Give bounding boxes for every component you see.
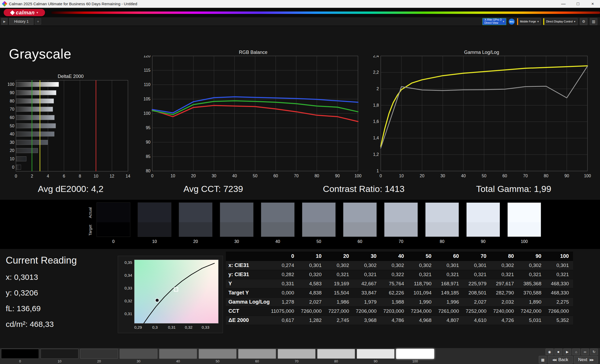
- table-row-label: Y: [226, 279, 271, 288]
- history-expand-button[interactable]: ▶: [1, 18, 8, 25]
- pattern-level-button-50[interactable]: [199, 349, 237, 359]
- swatch-cell: 100: [507, 202, 541, 244]
- measure-controls: ◉■▶⌂∞↻ ▦ ◀◀ Back Next ▶▶: [539, 349, 598, 363]
- actual-row-label: Actual: [88, 204, 93, 221]
- reading-cdm2: cd/m²: 468,33: [6, 320, 77, 329]
- pattern-level-button-0[interactable]: [1, 349, 39, 359]
- calman-logo-button[interactable]: calman ▾: [4, 9, 45, 16]
- minimize-button[interactable]: —: [556, 0, 571, 8]
- grayscale-swatch: [261, 202, 295, 237]
- grid-icon: ▦: [541, 358, 545, 362]
- table-row: y: CIE310,2820,3200,3210,3210,3220,3210,…: [226, 270, 573, 279]
- add-tab-button[interactable]: +: [35, 18, 41, 25]
- control-button-sync[interactable]: ↻: [590, 349, 598, 355]
- control-button-stop[interactable]: ■: [554, 349, 562, 355]
- pattern-level-button-60[interactable]: [238, 349, 276, 359]
- meter-select-dropdown[interactable]: X-Rite i1Pro 3 Direct View ▾: [482, 18, 506, 25]
- cie-y-tick-label: 0,34: [118, 273, 132, 277]
- swatch-row: 0102030405060708090100: [97, 202, 541, 244]
- tab-bar: ▶ History 1 + X-Rite i1Pro 3 Direct View…: [0, 17, 600, 26]
- meter-status-badge[interactable]: 641: [509, 19, 515, 25]
- table-column-header: 70: [463, 252, 491, 261]
- deltae-bar: [16, 90, 56, 95]
- table-cell: 0,321: [546, 270, 573, 279]
- x-tick-label: 100: [584, 174, 591, 178]
- pattern-level-button-20[interactable]: [80, 349, 118, 359]
- y-tick-label: 100: [143, 111, 150, 116]
- table-column-header: 0: [271, 252, 298, 261]
- pattern-level-button-40[interactable]: [159, 349, 197, 359]
- table-cell: 0,321: [491, 270, 518, 279]
- swatch-cell: 70: [384, 202, 418, 244]
- pattern-level-cell: 100: [396, 349, 434, 363]
- table-cell: 101,094: [408, 288, 436, 297]
- table-cell: 1,996: [436, 297, 463, 306]
- gear-icon: ⚙: [582, 19, 585, 24]
- x-tick-label: 70: [523, 174, 528, 178]
- pattern-level-label: 40: [176, 359, 180, 363]
- control-button-infinity[interactable]: ∞: [581, 349, 589, 355]
- x-tick-label: 8: [79, 174, 81, 178]
- control-button-home[interactable]: ⌂: [572, 349, 580, 355]
- display-control-dropdown[interactable]: Direct Display Control ▾: [543, 18, 577, 25]
- current-reading-panel: Current Reading x: 0,3013 y: 0,3206 fL: …: [6, 255, 77, 335]
- current-reading-title: Current Reading: [6, 255, 77, 266]
- x-tick-label: 40: [232, 174, 237, 178]
- deltae-chart-title: DeltaE 2000: [8, 73, 133, 79]
- y-tick-label: 90: [10, 90, 14, 95]
- table-cell: 7227,000: [326, 306, 353, 316]
- home-icon: ⌂: [575, 350, 577, 354]
- x-tick-label: 50: [253, 174, 257, 178]
- x-tick-label: 40: [461, 174, 466, 178]
- y-tick-label: 2,4: [373, 55, 379, 58]
- source-select-dropdown[interactable]: Mobile Forge ▾: [517, 18, 541, 25]
- y-tick-label: 80: [146, 169, 150, 173]
- control-button-pattern-window[interactable]: ◉: [546, 349, 553, 355]
- y-tick-label: 1,8: [373, 103, 379, 107]
- pattern-level-button-90[interactable]: [357, 349, 395, 359]
- table-cell: 168,971: [436, 279, 463, 288]
- reading-x: x: 0,3013: [6, 273, 77, 282]
- table-cell: 4,583: [298, 279, 326, 288]
- pattern-fullscreen-button[interactable]: ▦: [539, 356, 547, 363]
- pattern-level-button-10[interactable]: [41, 349, 78, 359]
- swatch-target-color: [467, 222, 500, 237]
- pattern-level-button-80[interactable]: [317, 349, 355, 359]
- table-cell: 4,838: [298, 288, 326, 297]
- fast-forward-icon: ▶▶: [590, 358, 593, 362]
- brand-name: calman: [16, 10, 35, 16]
- back-button[interactable]: ◀◀ Back: [548, 356, 573, 363]
- table-cell: 0,301: [463, 261, 491, 270]
- pattern-level-button-70[interactable]: [278, 349, 316, 359]
- grayscale-swatch: [179, 202, 212, 237]
- swatch-level-label: 20: [193, 239, 198, 244]
- x-tick-label: 90: [335, 174, 340, 178]
- layout-button[interactable]: ▥: [590, 18, 597, 25]
- table-cell: 5,031: [518, 316, 546, 325]
- next-button[interactable]: Next ▶▶: [574, 356, 598, 363]
- tab-history-1[interactable]: History 1: [9, 18, 33, 25]
- table-cell: 15,504: [326, 288, 353, 297]
- swatch-actual-color: [179, 203, 212, 222]
- control-button-play[interactable]: ▶: [563, 349, 571, 355]
- x-tick-label: 14: [126, 174, 130, 178]
- pattern-level-button-30[interactable]: [120, 349, 158, 359]
- infinity-icon: ∞: [584, 350, 586, 354]
- table-cell: 0,302: [491, 261, 518, 270]
- maximize-button[interactable]: □: [571, 0, 585, 8]
- cie-x-tick-label: 0,33: [200, 325, 211, 329]
- table-cell: 0,282: [271, 270, 298, 279]
- y-tick-label: 0: [12, 165, 14, 169]
- swatch-target-color: [179, 222, 212, 237]
- table-cell: 7252,000: [463, 306, 491, 316]
- swatch-level-label: 60: [358, 239, 362, 244]
- table-row-label: Target Y: [226, 288, 271, 297]
- deltae-bar: [16, 148, 38, 153]
- table-cell: 42,667: [353, 279, 381, 288]
- table-cell: 149,185: [436, 288, 463, 297]
- settings-button[interactable]: ⚙: [580, 18, 587, 25]
- close-button[interactable]: ×: [585, 0, 600, 8]
- pattern-level-button-100[interactable]: [396, 349, 434, 359]
- y-tick-label: 85: [146, 154, 150, 159]
- table-cell: 5,352: [546, 316, 573, 325]
